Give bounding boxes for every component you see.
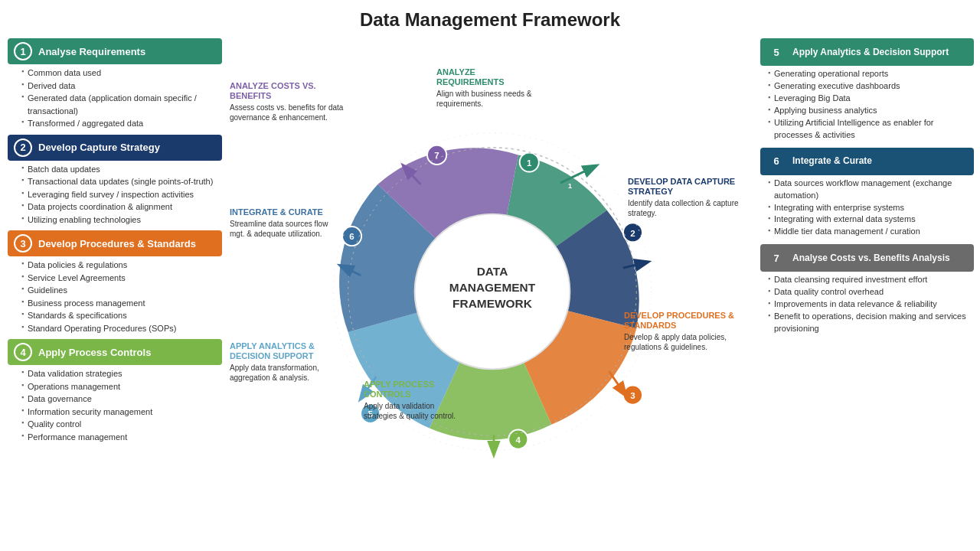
diagram-node-7: ANALYZE COSTS VS. BENEFITS Assess costs …	[230, 81, 345, 122]
right-section-7: 7 Analyse Costs vs. Benefits Analysis Da…	[760, 244, 974, 335]
left-section-1-title: Analyse Requirements	[38, 46, 145, 57]
left-section-4-header: 4 Apply Process Controls	[8, 339, 222, 365]
right-section-7-title: Analyse Costs vs. Benefits Analysis	[792, 253, 950, 263]
list-item: Data governance	[21, 393, 222, 406]
diagram-node-6: INTEGRATE & CURATE Streamline data sourc…	[230, 207, 341, 239]
list-item: Standards & specifications	[21, 309, 222, 322]
main-container: 1 Analyse Requirements Common data used …	[0, 35, 980, 548]
svg-text:2: 2	[630, 229, 635, 238]
list-item: Transformed / aggregated data	[21, 117, 222, 130]
diagram-node-2: DEVELOP DATA CAPTURE STRATEGY Identify d…	[628, 177, 746, 218]
left-section-3: 3 Develop Procedures & Standards Data po…	[8, 230, 222, 334]
right-section-5-number: 5	[766, 42, 786, 62]
list-item: Integrating with enterprise systems	[768, 202, 974, 214]
list-item: Business process management	[21, 297, 222, 310]
left-section-2-body: Batch data updates Transactional data up…	[8, 163, 222, 227]
right-section-6-title: Integrate & Curate	[792, 155, 872, 166]
right-section-7-body: Data cleansing required investment effor…	[760, 274, 974, 335]
svg-text:1: 1	[567, 181, 572, 190]
left-section-3-title: Develop Procedures & Standards	[38, 238, 196, 249]
left-panel: 1 Analyse Requirements Common data used …	[0, 35, 230, 548]
left-section-3-header: 3 Develop Procedures & Standards	[8, 230, 222, 256]
list-item: Leveraging Big Data	[768, 93, 974, 105]
left-section-4-title: Apply Process Controls	[38, 347, 151, 358]
list-item: Guidelines	[21, 284, 222, 297]
left-section-4-body: Data validation strategies Operations ma…	[8, 367, 222, 443]
svg-text:6: 6	[349, 232, 354, 241]
framework-diagram: DATA MANAGEMENT FRAMEWORK 1 1 2 3 4	[293, 77, 691, 506]
list-item: Standard Operating Procedures (SOPs)	[21, 322, 222, 335]
left-section-2-title: Develop Capture Strategy	[38, 142, 160, 153]
svg-text:1: 1	[527, 158, 532, 168]
list-item: Common data used	[21, 67, 222, 80]
page-title: Data Management Framework	[0, 0, 980, 35]
right-section-7-number: 7	[766, 248, 786, 268]
right-section-5-title: Apply Analytics & Decision Support	[792, 47, 949, 57]
right-section-6-number: 6	[766, 152, 786, 171]
center-panel: DATA MANAGEMENT FRAMEWORK 1 1 2 3 4	[230, 35, 754, 548]
list-item: Applying business analytics	[768, 105, 974, 117]
diagram-node-4: APPLY PROCESS CONTROLS Apply data valida…	[364, 380, 463, 421]
list-item: Data cleansing required investment effor…	[768, 274, 974, 286]
right-section-6: 6 Integrate & Curate Data sources workfl…	[760, 148, 974, 239]
list-item: Derived data	[21, 80, 222, 93]
left-section-3-body: Data policies & regulations Service Leve…	[8, 259, 222, 334]
svg-text:DATA: DATA	[476, 265, 508, 278]
right-section-5-body: Generating operational reports Generatin…	[760, 68, 974, 142]
right-section-7-header: 7 Analyse Costs vs. Benefits Analysis	[760, 244, 974, 272]
list-item: Leveraging field survey / inspection act…	[21, 188, 222, 201]
list-item: Utilizing enabling technologies	[21, 214, 222, 227]
list-item: Integrating with external data systems	[768, 214, 974, 226]
list-item: Improvements in data relevance & reliabi…	[768, 298, 974, 311]
list-item: Benefit to operations, decision making a…	[768, 311, 974, 335]
list-item: Transactional data updates (single point…	[21, 175, 222, 188]
left-section-2-number: 2	[14, 139, 32, 157]
diagram-node-1: ANALYZE REQUIREMENTS Align with business…	[436, 67, 536, 109]
right-section-5: 5 Apply Analytics & Decision Support Gen…	[760, 38, 974, 142]
list-item: Data policies & regulations	[21, 259, 222, 272]
left-section-2-header: 2 Develop Capture Strategy	[8, 135, 222, 161]
svg-text:MANAGEMENT: MANAGEMENT	[449, 281, 535, 294]
list-item: Batch data updates	[21, 163, 222, 176]
diagram-node-3: DEVELOP PROCEDURES & STANDARDS Develop &…	[624, 311, 750, 352]
right-panel: 5 Apply Analytics & Decision Support Gen…	[754, 35, 980, 548]
left-section-1-header: 1 Analyse Requirements	[8, 38, 222, 64]
list-item: Information security management	[21, 406, 222, 419]
list-item: Middle tier data management / curation	[768, 226, 974, 238]
list-item: Utilizing Artificial Intelligence as ena…	[768, 117, 974, 142]
right-section-6-body: Data sources workflow management (exchan…	[760, 178, 974, 239]
list-item: Generated data (application domain speci…	[21, 92, 222, 117]
left-section-1: 1 Analyse Requirements Common data used …	[8, 38, 222, 130]
left-section-3-number: 3	[14, 234, 32, 253]
list-item: Data validation strategies	[21, 367, 222, 380]
svg-text:4: 4	[515, 435, 521, 445]
list-item: Performance management	[21, 431, 222, 444]
list-item: Data sources workflow management (exchan…	[768, 178, 974, 202]
list-item: Data projects coordination & alignment	[21, 201, 222, 214]
left-section-1-number: 1	[14, 42, 32, 60]
left-section-4-number: 4	[14, 343, 32, 361]
left-section-1-body: Common data used Derived data Generated …	[8, 67, 222, 130]
list-item: Quality control	[21, 418, 222, 431]
diagram-node-5: APPLY ANALYTICS & DECISION SUPPORT Apply…	[230, 341, 345, 383]
list-item: Operations management	[21, 380, 222, 393]
svg-text:3: 3	[630, 391, 635, 400]
left-section-4: 4 Apply Process Controls Data validation…	[8, 339, 222, 443]
list-item: Service Level Agreements	[21, 272, 222, 285]
list-item: Generating executive dashboards	[768, 80, 974, 93]
left-section-2: 2 Develop Capture Strategy Batch data up…	[8, 135, 222, 227]
list-item: Generating operational reports	[768, 68, 974, 80]
list-item: Data quality control overhead	[768, 286, 974, 298]
right-section-6-header: 6 Integrate & Curate	[760, 148, 974, 175]
svg-text:FRAMEWORK: FRAMEWORK	[452, 297, 532, 310]
svg-line-28	[609, 371, 625, 395]
right-section-5-header: 5 Apply Analytics & Decision Support	[760, 38, 974, 66]
